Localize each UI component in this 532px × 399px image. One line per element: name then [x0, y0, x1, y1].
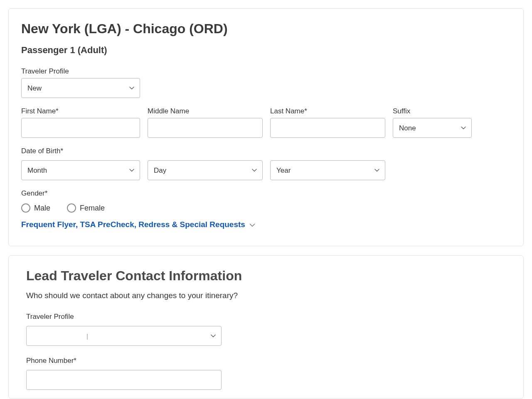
passenger-header: Passenger 1 (Adult) — [21, 45, 511, 56]
dob-month-select[interactable]: Month — [21, 160, 140, 180]
lead-traveler-subtitle: Who should we contact about any changes … — [26, 291, 506, 300]
suffix-select[interactable]: None — [393, 118, 472, 138]
gender-female-label: Female — [80, 204, 105, 213]
gender-female-radio[interactable]: Female — [67, 203, 105, 213]
traveler-profile-select[interactable]: New — [21, 78, 140, 98]
lead-traveler-card: Lead Traveler Contact Information Who sh… — [8, 255, 524, 399]
frequent-flyer-expand-link[interactable]: Frequent Flyer, TSA PreCheck, Redress & … — [21, 220, 255, 229]
radio-icon — [21, 203, 30, 213]
first-name-label: First Name* — [21, 107, 140, 115]
last-name-label: Last Name* — [270, 107, 385, 115]
passenger-info-card: New York (LGA) - Chicago (ORD) Passenger… — [8, 8, 524, 246]
gender-label: Gender* — [21, 189, 511, 198]
dob-day-select[interactable]: Day — [148, 160, 263, 180]
text-cursor-icon: | — [86, 333, 88, 340]
phone-number-label: Phone Number* — [26, 357, 506, 365]
suffix-label: Suffix — [393, 107, 472, 115]
dob-day-wrapper: Day — [148, 160, 263, 180]
chevron-down-icon — [249, 223, 255, 227]
traveler-profile-label: Traveler Profile — [21, 67, 140, 76]
gender-male-radio[interactable]: Male — [21, 203, 50, 213]
lead-traveler-profile-label: Traveler Profile — [26, 313, 506, 321]
lead-traveler-profile-wrapper: | — [26, 326, 222, 346]
dob-year-select[interactable]: Year — [270, 160, 385, 180]
expand-link-text: Frequent Flyer, TSA PreCheck, Redress & … — [21, 220, 245, 229]
dob-label: Date of Birth* — [21, 147, 511, 155]
lead-traveler-profile-select[interactable] — [26, 326, 222, 346]
last-name-input[interactable] — [270, 118, 385, 138]
traveler-profile-select-wrapper: New — [21, 78, 140, 98]
route-title: New York (LGA) - Chicago (ORD) — [21, 21, 511, 37]
radio-icon — [67, 203, 76, 213]
dob-month-wrapper: Month — [21, 160, 140, 180]
suffix-select-wrapper: None — [393, 118, 472, 138]
middle-name-label: Middle Name — [148, 107, 263, 115]
lead-traveler-title: Lead Traveler Contact Information — [26, 268, 506, 284]
dob-year-wrapper: Year — [270, 160, 385, 180]
phone-number-input[interactable] — [26, 370, 222, 390]
first-name-input[interactable] — [21, 118, 140, 138]
gender-male-label: Male — [34, 204, 50, 213]
middle-name-input[interactable] — [148, 118, 263, 138]
